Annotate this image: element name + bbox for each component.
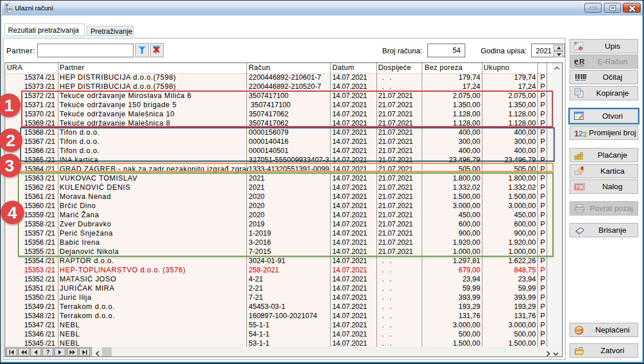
svg-text:3: 3	[583, 130, 587, 137]
